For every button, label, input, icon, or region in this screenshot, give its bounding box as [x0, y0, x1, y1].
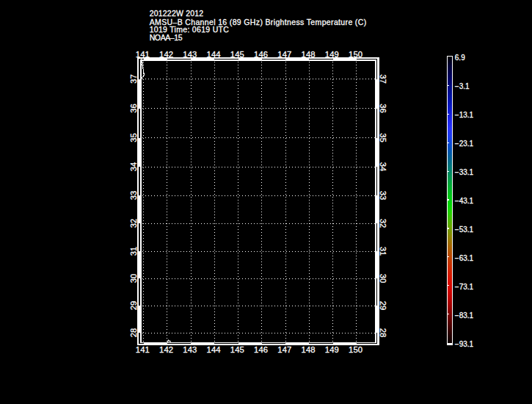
- svg-text:−53.1: −53.1: [455, 226, 474, 234]
- svg-text:29: 29: [129, 301, 138, 311]
- svg-text:33: 33: [129, 191, 138, 201]
- svg-text:201222W 2012: 201222W 2012: [150, 9, 204, 18]
- svg-text:149: 149: [325, 50, 339, 59]
- svg-text:148: 148: [302, 50, 316, 59]
- svg-text:146: 146: [254, 50, 268, 59]
- svg-text:144: 144: [207, 50, 221, 59]
- svg-text:143: 143: [183, 345, 197, 354]
- svg-text:146: 146: [254, 345, 268, 354]
- svg-text:37: 37: [129, 74, 138, 84]
- svg-text:142: 142: [159, 345, 173, 354]
- svg-text:30: 30: [129, 274, 138, 284]
- svg-text:29: 29: [379, 301, 387, 311]
- svg-text:141: 141: [136, 345, 150, 354]
- svg-text:36: 36: [129, 104, 138, 113]
- svg-text:−33.1: −33.1: [455, 168, 474, 176]
- svg-text:31: 31: [129, 247, 138, 256]
- svg-text:−83.1: −83.1: [455, 311, 474, 320]
- svg-text:28: 28: [129, 328, 138, 338]
- svg-text:6.9: 6.9: [455, 54, 465, 62]
- svg-text:33: 33: [379, 191, 387, 201]
- svg-text:−73.1: −73.1: [455, 283, 474, 291]
- svg-text:144: 144: [207, 345, 221, 354]
- svg-text:−3.1: −3.1: [455, 82, 470, 90]
- svg-text:147: 147: [277, 50, 291, 59]
- svg-text:141: 141: [136, 50, 150, 59]
- svg-text:150: 150: [349, 50, 362, 59]
- svg-text:145: 145: [230, 50, 244, 59]
- svg-text:150: 150: [349, 345, 362, 354]
- svg-text:37: 37: [379, 74, 387, 84]
- svg-text:30: 30: [379, 274, 387, 284]
- svg-text:−13.1: −13.1: [455, 111, 474, 119]
- svg-text:−43.1: −43.1: [455, 197, 474, 205]
- svg-text:142: 142: [159, 50, 173, 59]
- svg-text:148: 148: [302, 345, 316, 354]
- svg-text:NOAA–15: NOAA–15: [150, 33, 183, 42]
- svg-text:36: 36: [379, 104, 387, 113]
- svg-text:147: 147: [277, 345, 291, 354]
- svg-text:35: 35: [379, 133, 387, 143]
- svg-text:−63.1: −63.1: [455, 254, 474, 262]
- svg-text:32: 32: [129, 219, 138, 228]
- svg-text:35: 35: [129, 133, 138, 143]
- svg-text:−93.1: −93.1: [455, 340, 474, 348]
- svg-text:143: 143: [183, 50, 197, 59]
- svg-text:−23.1: −23.1: [455, 140, 474, 148]
- svg-text:32: 32: [379, 219, 387, 228]
- svg-text:34: 34: [379, 162, 387, 172]
- svg-text:149: 149: [325, 345, 339, 354]
- svg-text:34: 34: [129, 162, 138, 172]
- svg-text:28: 28: [379, 328, 387, 338]
- svg-text:31: 31: [379, 247, 387, 256]
- svg-text:145: 145: [230, 345, 244, 354]
